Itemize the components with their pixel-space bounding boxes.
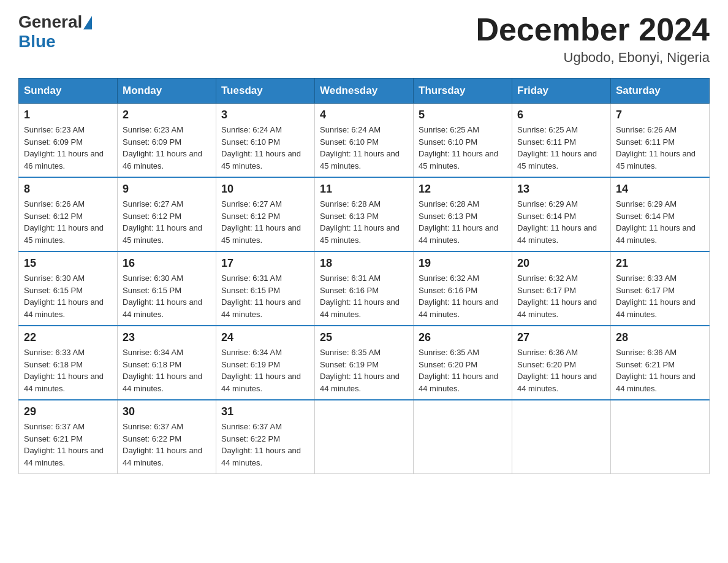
day-info: Sunrise: 6:32 AM Sunset: 6:17 PM Dayligh… xyxy=(517,272,605,320)
daylight-label: Daylight: 11 hours and 44 minutes. xyxy=(616,223,696,245)
calendar-cell: 20 Sunrise: 6:32 AM Sunset: 6:17 PM Dayl… xyxy=(512,251,611,326)
sunrise-label: Sunrise: 6:30 AM xyxy=(123,274,183,283)
day-info: Sunrise: 6:26 AM Sunset: 6:12 PM Dayligh… xyxy=(24,198,112,246)
sunset-label: Sunset: 6:11 PM xyxy=(517,137,576,147)
sunrise-label: Sunrise: 6:25 AM xyxy=(517,125,578,134)
day-info: Sunrise: 6:25 AM Sunset: 6:11 PM Dayligh… xyxy=(517,124,605,172)
sunset-label: Sunset: 6:10 PM xyxy=(221,137,280,147)
calendar-cell: 30 Sunrise: 6:37 AM Sunset: 6:22 PM Dayl… xyxy=(118,400,216,474)
sunrise-label: Sunrise: 6:31 AM xyxy=(320,274,381,283)
sunset-label: Sunset: 6:12 PM xyxy=(221,212,280,221)
day-info: Sunrise: 6:30 AM Sunset: 6:15 PM Dayligh… xyxy=(24,272,112,320)
day-info: Sunrise: 6:37 AM Sunset: 6:22 PM Dayligh… xyxy=(123,421,211,469)
calendar-cell: 3 Sunrise: 6:24 AM Sunset: 6:10 PM Dayli… xyxy=(216,104,315,178)
day-info: Sunrise: 6:23 AM Sunset: 6:09 PM Dayligh… xyxy=(24,124,112,172)
sunset-label: Sunset: 6:21 PM xyxy=(616,360,675,369)
sunrise-label: Sunrise: 6:27 AM xyxy=(123,199,183,209)
day-number: 5 xyxy=(419,109,507,121)
calendar-cell: 7 Sunrise: 6:26 AM Sunset: 6:11 PM Dayli… xyxy=(611,104,710,178)
sunrise-label: Sunrise: 6:24 AM xyxy=(221,125,282,134)
calendar-week-row: 8 Sunrise: 6:26 AM Sunset: 6:12 PM Dayli… xyxy=(19,177,710,251)
sunrise-label: Sunrise: 6:33 AM xyxy=(616,274,677,283)
day-number: 12 xyxy=(419,183,507,196)
day-number: 22 xyxy=(24,331,112,344)
day-info: Sunrise: 6:23 AM Sunset: 6:09 PM Dayligh… xyxy=(123,124,211,172)
daylight-label: Daylight: 11 hours and 44 minutes. xyxy=(517,372,597,393)
daylight-label: Daylight: 11 hours and 45 minutes. xyxy=(517,149,597,170)
day-number: 8 xyxy=(24,183,112,196)
calendar-cell: 22 Sunrise: 6:33 AM Sunset: 6:18 PM Dayl… xyxy=(19,326,118,400)
day-number: 27 xyxy=(517,331,605,344)
sunset-label: Sunset: 6:20 PM xyxy=(419,360,477,369)
calendar-header-wednesday: Wednesday xyxy=(315,79,414,104)
calendar-cell: 1 Sunrise: 6:23 AM Sunset: 6:09 PM Dayli… xyxy=(19,104,118,178)
day-info: Sunrise: 6:24 AM Sunset: 6:10 PM Dayligh… xyxy=(320,124,408,172)
day-number: 29 xyxy=(24,405,112,418)
calendar-subtitle: Ugbodo, Ebonyi, Nigeria xyxy=(476,50,710,66)
calendar-cell: 2 Sunrise: 6:23 AM Sunset: 6:09 PM Dayli… xyxy=(118,104,216,178)
sunrise-label: Sunrise: 6:29 AM xyxy=(517,199,578,209)
daylight-label: Daylight: 11 hours and 44 minutes. xyxy=(320,297,400,319)
day-number: 2 xyxy=(123,109,211,121)
calendar-cell: 8 Sunrise: 6:26 AM Sunset: 6:12 PM Dayli… xyxy=(19,177,118,251)
sunset-label: Sunset: 6:10 PM xyxy=(320,137,379,147)
daylight-label: Daylight: 11 hours and 44 minutes. xyxy=(419,372,498,393)
day-number: 16 xyxy=(123,257,211,270)
daylight-label: Daylight: 11 hours and 44 minutes. xyxy=(419,297,498,319)
calendar-cell: 31 Sunrise: 6:37 AM Sunset: 6:22 PM Dayl… xyxy=(216,400,315,474)
day-info: Sunrise: 6:31 AM Sunset: 6:16 PM Dayligh… xyxy=(320,272,408,320)
sunrise-label: Sunrise: 6:29 AM xyxy=(616,199,677,209)
sunset-label: Sunset: 6:19 PM xyxy=(221,360,280,369)
sunrise-label: Sunrise: 6:25 AM xyxy=(419,125,479,134)
day-info: Sunrise: 6:34 AM Sunset: 6:18 PM Dayligh… xyxy=(123,347,211,394)
calendar-cell: 15 Sunrise: 6:30 AM Sunset: 6:15 PM Dayl… xyxy=(19,251,118,326)
calendar-cell xyxy=(315,400,414,474)
logo-triangle-icon xyxy=(83,16,92,29)
calendar-cell: 28 Sunrise: 6:36 AM Sunset: 6:21 PM Dayl… xyxy=(611,326,710,400)
sunset-label: Sunset: 6:12 PM xyxy=(24,212,83,221)
daylight-label: Daylight: 11 hours and 46 minutes. xyxy=(123,149,202,170)
calendar-cell: 4 Sunrise: 6:24 AM Sunset: 6:10 PM Dayli… xyxy=(315,104,414,178)
sunrise-label: Sunrise: 6:28 AM xyxy=(419,199,479,209)
sunset-label: Sunset: 6:11 PM xyxy=(616,137,675,147)
calendar-cell: 17 Sunrise: 6:31 AM Sunset: 6:15 PM Dayl… xyxy=(216,251,315,326)
sunset-label: Sunset: 6:22 PM xyxy=(123,434,181,443)
daylight-label: Daylight: 11 hours and 44 minutes. xyxy=(123,372,202,393)
sunrise-label: Sunrise: 6:34 AM xyxy=(221,348,282,357)
day-number: 20 xyxy=(517,257,605,270)
daylight-label: Daylight: 11 hours and 44 minutes. xyxy=(320,372,400,393)
day-info: Sunrise: 6:28 AM Sunset: 6:13 PM Dayligh… xyxy=(419,198,507,246)
calendar-cell xyxy=(512,400,611,474)
day-number: 9 xyxy=(123,183,211,196)
sunrise-label: Sunrise: 6:26 AM xyxy=(24,199,85,209)
calendar-week-row: 15 Sunrise: 6:30 AM Sunset: 6:15 PM Dayl… xyxy=(19,251,710,326)
day-info: Sunrise: 6:35 AM Sunset: 6:20 PM Dayligh… xyxy=(419,347,507,394)
sunset-label: Sunset: 6:09 PM xyxy=(123,137,181,147)
day-info: Sunrise: 6:27 AM Sunset: 6:12 PM Dayligh… xyxy=(123,198,211,246)
day-number: 13 xyxy=(517,183,605,196)
day-number: 18 xyxy=(320,257,408,270)
day-number: 19 xyxy=(419,257,507,270)
calendar-header-tuesday: Tuesday xyxy=(216,79,315,104)
daylight-label: Daylight: 11 hours and 44 minutes. xyxy=(517,297,597,319)
day-info: Sunrise: 6:36 AM Sunset: 6:21 PM Dayligh… xyxy=(616,347,704,394)
sunset-label: Sunset: 6:17 PM xyxy=(517,286,576,295)
sunrise-label: Sunrise: 6:28 AM xyxy=(320,199,381,209)
sunrise-label: Sunrise: 6:35 AM xyxy=(320,348,381,357)
day-info: Sunrise: 6:37 AM Sunset: 6:21 PM Dayligh… xyxy=(24,421,112,469)
daylight-label: Daylight: 11 hours and 44 minutes. xyxy=(221,297,301,319)
sunrise-label: Sunrise: 6:37 AM xyxy=(123,422,183,431)
sunrise-label: Sunrise: 6:23 AM xyxy=(24,125,85,134)
daylight-label: Daylight: 11 hours and 44 minutes. xyxy=(24,372,104,393)
day-info: Sunrise: 6:29 AM Sunset: 6:14 PM Dayligh… xyxy=(517,198,605,246)
sunset-label: Sunset: 6:18 PM xyxy=(24,360,83,369)
daylight-label: Daylight: 11 hours and 44 minutes. xyxy=(24,446,104,467)
logo-top: General xyxy=(18,12,92,32)
day-info: Sunrise: 6:29 AM Sunset: 6:14 PM Dayligh… xyxy=(616,198,704,246)
daylight-label: Daylight: 11 hours and 44 minutes. xyxy=(419,223,498,245)
calendar-week-row: 1 Sunrise: 6:23 AM Sunset: 6:09 PM Dayli… xyxy=(19,104,710,178)
daylight-label: Daylight: 11 hours and 45 minutes. xyxy=(221,223,301,245)
day-number: 4 xyxy=(320,109,408,121)
sunset-label: Sunset: 6:15 PM xyxy=(221,286,280,295)
sunset-label: Sunset: 6:13 PM xyxy=(320,212,379,221)
